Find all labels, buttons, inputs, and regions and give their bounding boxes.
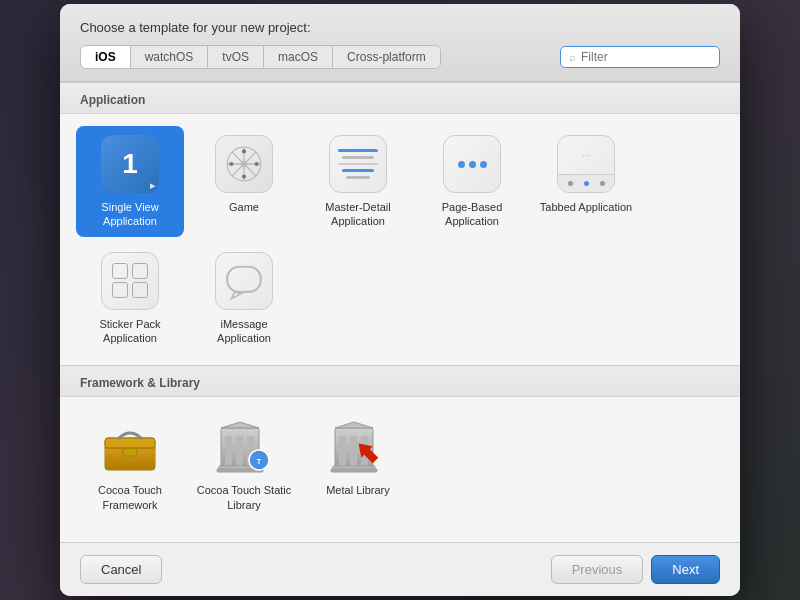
master-detail-icon xyxy=(328,134,388,194)
dialog-window: Choose a template for your new project: … xyxy=(60,4,740,596)
template-metal[interactable]: Metal Library xyxy=(304,409,412,520)
svg-rect-29 xyxy=(350,436,357,468)
dialog-body: Application 1 Single View Application xyxy=(60,82,740,542)
framework-templates-grid: Cocoa Touch Framework xyxy=(60,397,740,532)
template-tabbed[interactable]: ··· Tabbed Application xyxy=(532,126,640,237)
filter-input[interactable] xyxy=(581,50,711,64)
page-based-label: Page-Based Application xyxy=(424,200,520,229)
tab-watchos[interactable]: watchOS xyxy=(131,46,209,68)
svg-marker-18 xyxy=(221,422,259,428)
dialog-title: Choose a template for your new project: xyxy=(80,20,720,35)
tab-crossplatform[interactable]: Cross-platform xyxy=(333,46,440,68)
game-icon xyxy=(214,134,274,194)
section-framework-label: Framework & Library xyxy=(60,365,740,397)
next-button[interactable]: Next xyxy=(651,555,720,584)
sticker-pack-icon xyxy=(100,251,160,311)
previous-button[interactable]: Previous xyxy=(551,555,644,584)
tab-ios[interactable]: iOS xyxy=(81,46,131,68)
tab-macos[interactable]: macOS xyxy=(264,46,333,68)
svg-rect-28 xyxy=(339,436,346,468)
game-label: Game xyxy=(229,200,259,214)
svg-rect-10 xyxy=(227,266,261,291)
metal-label: Metal Library xyxy=(326,483,390,497)
application-templates-grid: 1 Single View Application xyxy=(60,114,740,365)
nav-button-group: Previous Next xyxy=(551,555,720,584)
cocoa-static-icon: T xyxy=(214,417,274,477)
cocoa-static-label: Cocoa Touch Static Library xyxy=(196,483,292,512)
master-detail-label: Master-Detail Application xyxy=(310,200,406,229)
filter-box: ⌕ xyxy=(560,46,720,68)
svg-text:T: T xyxy=(257,458,262,465)
template-master-detail[interactable]: Master-Detail Application xyxy=(304,126,412,237)
cocoa-framework-icon xyxy=(100,417,160,477)
template-imessage[interactable]: iMessage Application xyxy=(190,243,298,354)
svg-point-9 xyxy=(255,162,259,166)
svg-point-5 xyxy=(241,161,248,168)
svg-rect-19 xyxy=(225,436,232,468)
template-sticker-pack[interactable]: Sticker Pack Application xyxy=(76,243,184,354)
single-view-label: Single View Application xyxy=(82,200,178,229)
svg-point-7 xyxy=(242,175,246,179)
template-game[interactable]: Game xyxy=(190,126,298,237)
template-page-based[interactable]: Page-Based Application xyxy=(418,126,526,237)
dialog-footer: Cancel Previous Next xyxy=(60,542,740,596)
tabbed-label: Tabbed Application xyxy=(540,200,632,214)
cancel-button[interactable]: Cancel xyxy=(80,555,162,584)
dialog-header: Choose a template for your new project: … xyxy=(60,4,740,82)
svg-marker-27 xyxy=(335,422,373,428)
section-application-label: Application xyxy=(60,82,740,114)
template-single-view[interactable]: 1 Single View Application xyxy=(76,126,184,237)
svg-point-8 xyxy=(229,162,233,166)
sticker-pack-label: Sticker Pack Application xyxy=(82,317,178,346)
imessage-icon xyxy=(214,251,274,311)
svg-rect-32 xyxy=(331,469,377,472)
svg-marker-11 xyxy=(231,292,241,299)
svg-point-6 xyxy=(242,149,246,153)
cocoa-framework-label: Cocoa Touch Framework xyxy=(82,483,178,512)
page-based-icon xyxy=(442,134,502,194)
tabs-and-filter-row: iOS watchOS tvOS macOS Cross-platform ⌕ xyxy=(80,45,720,69)
svg-rect-15 xyxy=(123,448,137,456)
platform-tabs: iOS watchOS tvOS macOS Cross-platform xyxy=(80,45,441,69)
tab-tvos[interactable]: tvOS xyxy=(208,46,264,68)
imessage-label: iMessage Application xyxy=(196,317,292,346)
template-cocoa-framework[interactable]: Cocoa Touch Framework xyxy=(76,409,184,520)
metal-icon xyxy=(328,417,388,477)
svg-rect-20 xyxy=(236,436,243,468)
tabbed-icon: ··· xyxy=(556,134,616,194)
svg-rect-14 xyxy=(105,438,155,448)
single-view-icon: 1 xyxy=(100,134,160,194)
search-icon: ⌕ xyxy=(569,51,576,63)
template-cocoa-static[interactable]: T Cocoa Touch Static Library xyxy=(190,409,298,520)
